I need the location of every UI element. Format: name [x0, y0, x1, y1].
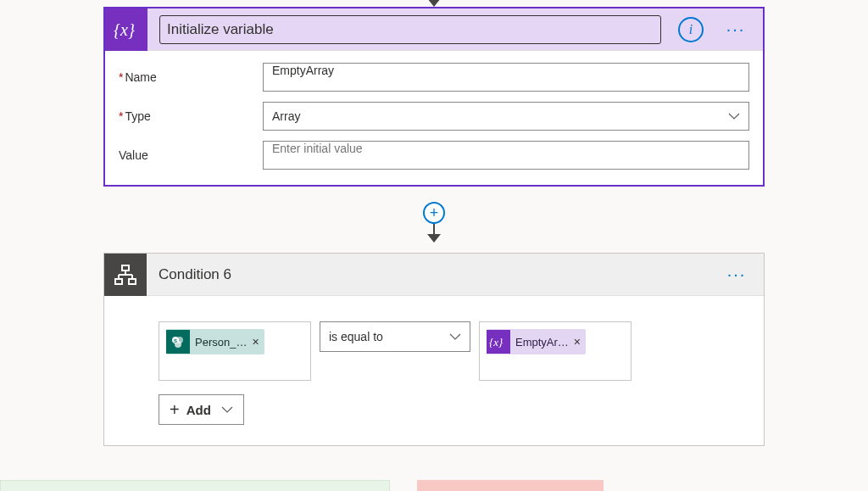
chevron-down-icon	[728, 113, 740, 120]
svg-rect-7	[129, 279, 136, 284]
value-input[interactable]: Enter initial value	[263, 141, 749, 170]
value-label: Value	[119, 148, 263, 162]
chevron-down-icon	[221, 406, 233, 413]
branch-bars	[0, 480, 868, 491]
condition-right-operand[interactable]: {x} EmptyAr… ×	[479, 321, 632, 381]
action-condition[interactable]: Condition 6 ··· S Person_… × is equal to	[103, 253, 765, 446]
action-initialize-variable[interactable]: {x} Initialize variable i ··· *Name Empt…	[103, 7, 765, 187]
operator-value: is equal to	[329, 330, 383, 343]
condition-title[interactable]: Condition 6	[159, 266, 709, 283]
flow-connector	[427, 222, 441, 243]
svg-text:S: S	[174, 338, 177, 343]
token-person[interactable]: S Person_… ×	[166, 329, 264, 354]
token-remove-button[interactable]: ×	[574, 335, 581, 349]
sharepoint-icon: S	[166, 330, 190, 354]
variable-icon: {x}	[487, 330, 510, 354]
token-remove-button[interactable]: ×	[252, 335, 259, 349]
condition-icon	[104, 254, 147, 296]
type-value: Array	[272, 109, 300, 123]
action-body: *Name EmptyArray *Type Array Value Enter…	[105, 51, 763, 185]
variable-icon: {x}	[105, 8, 147, 51]
condition-header[interactable]: Condition 6 ···	[104, 254, 764, 296]
type-select[interactable]: Array	[263, 102, 749, 131]
token-emptyarray[interactable]: {x} EmptyAr… ×	[487, 329, 586, 354]
action-title-wrapper[interactable]: Initialize variable	[159, 15, 666, 44]
no-branch-top	[417, 480, 604, 491]
action-header[interactable]: {x} Initialize variable i ···	[105, 8, 763, 51]
more-button[interactable]: ···	[721, 20, 751, 39]
condition-operator-select[interactable]: is equal to	[320, 321, 470, 352]
flow-arrow-top	[427, 0, 441, 7]
token-label: EmptyAr…	[515, 336, 569, 349]
condition-body: S Person_… × is equal to {x}	[104, 296, 764, 445]
plus-icon: +	[170, 401, 180, 418]
condition-left-operand[interactable]: S Person_… ×	[159, 321, 311, 381]
add-step-button[interactable]: +	[423, 202, 445, 224]
add-label: Add	[186, 403, 211, 417]
svg-rect-1	[122, 265, 129, 271]
chevron-down-icon	[449, 333, 461, 340]
action-title[interactable]: Initialize variable	[159, 15, 661, 44]
token-label: Person_…	[195, 336, 247, 349]
more-button[interactable]: ···	[721, 265, 752, 284]
add-condition-button[interactable]: + Add	[159, 394, 244, 425]
condition-expression-row: S Person_… × is equal to {x}	[118, 321, 750, 381]
info-button[interactable]: i	[678, 17, 704, 42]
yes-branch-top	[0, 480, 390, 491]
type-label: *Type	[119, 109, 263, 123]
name-label: *Name	[119, 70, 263, 84]
name-input[interactable]: EmptyArray	[263, 63, 749, 92]
svg-rect-6	[115, 279, 122, 284]
svg-text:{x}: {x}	[489, 336, 504, 349]
svg-text:{x}: {x}	[114, 20, 135, 39]
